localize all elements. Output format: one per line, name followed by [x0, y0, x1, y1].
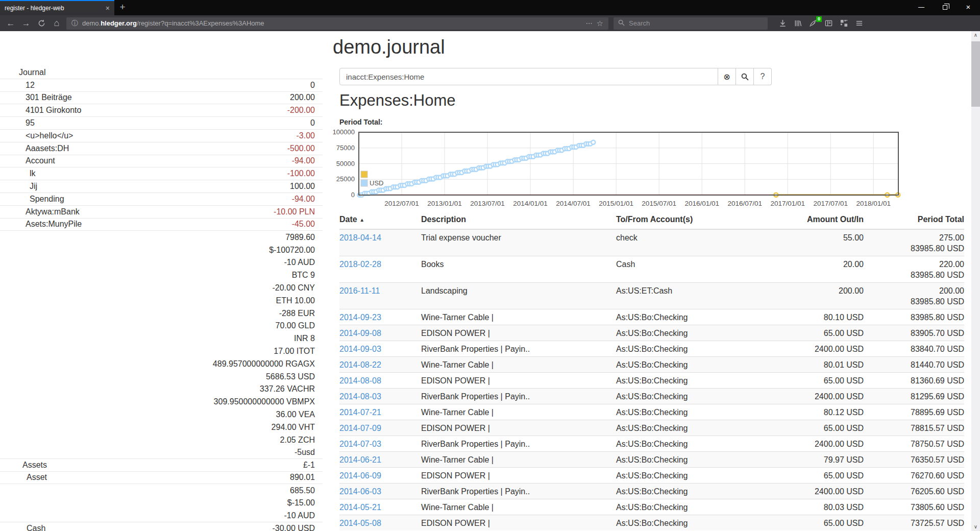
transaction-date-link[interactable]: 2014-08-22 [339, 360, 381, 369]
sidebar-account-row[interactable]: Aktywa:mBank-10.00 PLN [0, 206, 323, 219]
scroll-down-icon[interactable]: ∨ [971, 523, 980, 531]
sidebar-account-row[interactable]: Cash-30.00 USD [0, 522, 323, 531]
transaction-date-link[interactable]: 2014-09-23 [339, 313, 381, 322]
sidebar-account-row[interactable]: 4101 Girokonto-200.00 [0, 104, 323, 117]
account-link[interactable]: 4101 Girokonto [0, 106, 81, 115]
register-row: 2014-09-23Wine-Tarner Cable |As:US:Bo:Ch… [339, 309, 964, 325]
account-link[interactable]: lk [0, 169, 36, 178]
transaction-date-link[interactable]: 2014-06-21 [339, 455, 381, 464]
account-link[interactable]: 301 Beiträge [0, 93, 72, 102]
transaction-date-link[interactable]: 2014-07-03 [339, 440, 381, 448]
window-minimize-button[interactable]: — [910, 0, 933, 15]
extension-grid-icon[interactable] [836, 17, 851, 30]
page-scrollbar[interactable]: ∧ ∨ [971, 31, 980, 531]
back-icon[interactable]: ← [3, 17, 18, 30]
sidebar-account-row: INR 8 [0, 332, 323, 345]
transaction-amount: 79.97 USD [785, 452, 864, 468]
refresh-icon[interactable] [34, 17, 49, 30]
sidebar-account-row[interactable]: 120 [0, 79, 323, 92]
account-link[interactable]: Asset [0, 473, 47, 482]
period-total-cell: 76270.60 USD [864, 468, 964, 484]
bookmark-star-icon[interactable]: ☆ [597, 19, 603, 28]
transaction-description: EDISON POWER | [421, 515, 616, 531]
transaction-amount: 55.00 [785, 229, 864, 256]
sidebar-account-row[interactable]: 950 [0, 117, 323, 130]
sidebar-account-row[interactable]: Asets:MunyPile-45.00 [0, 219, 323, 231]
account-link[interactable]: Assets [0, 461, 47, 470]
account-link[interactable]: Spending [0, 195, 64, 204]
transaction-date-link[interactable]: 2014-05-08 [339, 519, 381, 527]
transaction-date-link[interactable]: 2014-07-09 [339, 424, 381, 432]
transaction-date-link[interactable]: 2014-06-09 [339, 471, 381, 480]
col-period-total[interactable]: Period Total [864, 213, 964, 229]
transaction-date-link[interactable]: 2014-07-21 [339, 408, 381, 417]
browser-search-box[interactable]: Search [614, 17, 768, 30]
transaction-date-link[interactable]: 2014-08-03 [339, 392, 381, 401]
transaction-date-link[interactable]: 2018-02-28 [339, 260, 381, 269]
account-link[interactable]: Aaasets:DH [0, 144, 69, 153]
account-link[interactable]: 95 [0, 118, 35, 128]
period-total-chart[interactable]: 02500050000750001000002012/07/012013/01/… [332, 127, 965, 214]
search-button[interactable] [736, 68, 754, 85]
forward-icon[interactable]: → [18, 17, 34, 30]
home-icon[interactable]: ⌂ [49, 17, 64, 30]
col-description[interactable]: Description [421, 213, 616, 229]
transaction-amount: 20.00 [785, 256, 864, 283]
col-amount[interactable]: Amount Out/In [785, 213, 864, 229]
account-link[interactable]: Jij [0, 182, 37, 191]
sidebar-account-row[interactable]: Journal [0, 66, 323, 79]
library-icon[interactable] [790, 17, 805, 30]
download-icon[interactable] [775, 17, 790, 30]
new-tab-button[interactable]: + [114, 0, 131, 15]
transaction-date-link[interactable]: 2016-11-11 [339, 286, 380, 295]
col-account[interactable]: To/From Account(s) [616, 213, 785, 229]
scrollbar-thumb[interactable] [971, 41, 980, 107]
account-balance: INR 8 [294, 334, 315, 343]
tab-close-icon[interactable]: × [106, 5, 110, 12]
sidebar-account-row[interactable]: Spending-94.00 [0, 193, 323, 206]
x-tick-label: 2015/01/01 [599, 200, 633, 207]
sidebar-account-row[interactable]: Jij100.00 [0, 180, 323, 193]
account-balance: 100.00 [290, 182, 315, 191]
transaction-date-link[interactable]: 2014-09-03 [339, 345, 381, 353]
transaction-date-link[interactable]: 2014-08-08 [339, 376, 381, 385]
col-date[interactable]: Date ▲ [339, 213, 421, 229]
account-link[interactable]: Journal [0, 68, 45, 77]
page-actions-icon[interactable]: ⋯ [586, 19, 593, 27]
clear-query-button[interactable]: ⊗ [718, 68, 736, 85]
sidebar-account-row[interactable]: <u>hello</u>-3.00 [0, 130, 323, 142]
sidebar-account-row[interactable]: Account-94.00 [0, 155, 323, 168]
transaction-date-link[interactable]: 2014-06-03 [339, 487, 381, 496]
query-input[interactable] [339, 68, 718, 85]
sidebar-account-row[interactable]: Aaasets:DH-500.00 [0, 142, 323, 155]
sidebar-account-row: 17.00 ITOT [0, 345, 323, 358]
sidebar-account-row[interactable]: Assets£-1 [0, 459, 323, 472]
sidebar-account-row: 36.00 VEA [0, 408, 323, 421]
account-link[interactable]: 12 [0, 81, 35, 90]
window-restore-button[interactable] [933, 0, 957, 15]
window-close-button[interactable]: × [957, 0, 980, 15]
extension-quill-icon[interactable]: 0 [805, 17, 821, 30]
sidebar-account-row[interactable]: Asset890.01 [0, 472, 323, 485]
help-button[interactable]: ? [754, 68, 772, 85]
sidebar-account-row[interactable]: 301 Beiträge200.00 [0, 92, 323, 105]
account-link[interactable]: Account [0, 156, 55, 165]
sidebar-toggle-icon[interactable] [821, 17, 836, 30]
transaction-date-link[interactable]: 2014-09-08 [339, 329, 381, 337]
legend-label: USD [370, 179, 383, 187]
menu-hamburger-icon[interactable] [851, 17, 867, 30]
url-bar[interactable]: ⓘ demo.hledger.org/register?q=inacct%3AE… [66, 17, 608, 30]
transaction-amount: 200.00 [785, 283, 864, 309]
scroll-up-icon[interactable]: ∧ [971, 31, 980, 39]
sidebar-account-row: -10 AUD [0, 256, 323, 269]
account-link[interactable]: Aktywa:mBank [0, 207, 80, 216]
transaction-date-link[interactable]: 2018-04-14 [339, 233, 381, 242]
account-link[interactable]: Asets:MunyPile [0, 220, 82, 229]
site-info-icon[interactable]: ⓘ [71, 19, 78, 28]
transaction-date-link[interactable]: 2014-05-21 [339, 503, 381, 512]
account-link[interactable]: <u>hello</u> [0, 131, 73, 140]
sidebar-account-row[interactable]: lk-100.00 [0, 167, 323, 180]
browser-tab-active[interactable]: register - hledger-web × [0, 0, 114, 15]
register-row: 2014-09-08EDISON POWER |As:US:Bo:Checkin… [339, 325, 964, 341]
account-link[interactable]: Cash [0, 524, 45, 531]
